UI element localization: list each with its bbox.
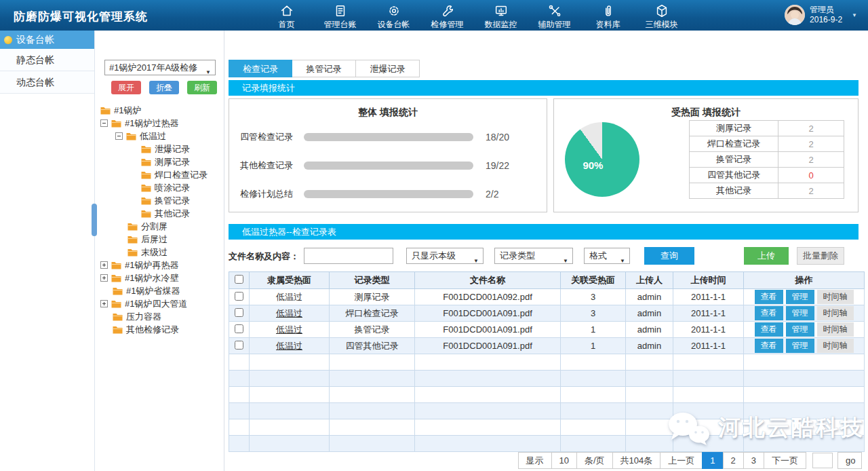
cell-surface[interactable]: 低温过 bbox=[250, 289, 330, 305]
cell-uploader: admin bbox=[626, 322, 673, 338]
cell-linked-count: 3 bbox=[561, 305, 626, 322]
tree-node-喷涂记录[interactable]: 喷涂记录 bbox=[95, 181, 224, 194]
manage-button[interactable]: 管理 bbox=[786, 339, 814, 353]
record-type-select[interactable]: 记录类型 ▼ bbox=[494, 248, 573, 264]
nav-item-资料库[interactable]: 资料库 bbox=[581, 1, 635, 31]
surface-stat-label: 测厚记录 bbox=[690, 121, 778, 136]
format-select[interactable]: 格式 ▼ bbox=[584, 248, 630, 264]
sidebar-item-静态台帐[interactable]: 静态台帐 bbox=[0, 49, 94, 71]
cell-surface[interactable]: 低温过 bbox=[250, 338, 330, 354]
goto-page-input[interactable] bbox=[812, 453, 833, 468]
tree-node-末级过[interactable]: 末级过 bbox=[95, 246, 224, 259]
view-button[interactable]: 查看 bbox=[755, 322, 783, 337]
tree-node-#1锅炉省煤器[interactable]: #1锅炉省煤器 bbox=[95, 284, 224, 297]
user-dropdown-caret-icon[interactable]: ▼ bbox=[852, 12, 857, 18]
view-button[interactable]: 查看 bbox=[755, 306, 783, 320]
expand-icon[interactable] bbox=[100, 274, 108, 282]
tree-node-分割屏[interactable]: 分割屏 bbox=[95, 220, 224, 233]
row-checkbox[interactable] bbox=[235, 341, 243, 350]
timeline-button[interactable]: 时间轴 bbox=[817, 306, 854, 320]
batch-delete-button[interactable]: 批量删除 bbox=[797, 247, 844, 265]
nav-item-管理台账[interactable]: 管理台账 bbox=[313, 1, 367, 31]
upload-button[interactable]: 上传 bbox=[744, 247, 789, 265]
app-title: 防磨防爆可视化管理系统 bbox=[14, 9, 148, 24]
page-number-3[interactable]: 3 bbox=[743, 452, 764, 469]
timeline-button[interactable]: 时间轴 bbox=[817, 290, 854, 304]
manage-button[interactable]: 管理 bbox=[786, 322, 814, 337]
left-sidebar: 设备台帐静态台帐动态台帐 bbox=[0, 31, 95, 471]
collapse-icon[interactable] bbox=[115, 132, 123, 140]
tree-node-测厚记录[interactable]: 测厚记录 bbox=[95, 155, 224, 168]
stat-bar-value: 2/2 bbox=[486, 189, 498, 200]
tree-node-焊口检查记录[interactable]: 焊口检查记录 bbox=[95, 168, 224, 181]
pager-show-label: 显示 bbox=[518, 452, 552, 469]
nav-item-检修管理[interactable]: 检修管理 bbox=[420, 1, 474, 31]
cell-uploader: admin bbox=[626, 289, 673, 305]
tree-node-低温过[interactable]: 低温过 bbox=[95, 130, 224, 143]
select-all-checkbox[interactable] bbox=[235, 275, 243, 284]
row-checkbox[interactable] bbox=[235, 292, 243, 301]
tree-node-后屏过[interactable]: 后屏过 bbox=[95, 233, 224, 246]
tree-button-折叠[interactable]: 折叠 bbox=[149, 81, 179, 94]
tree-node-#1锅炉过热器[interactable]: #1锅炉过热器 bbox=[95, 117, 224, 130]
table-row: 低温过 焊口检查记录 F001DCD001A091.pdf 3 admin 20… bbox=[229, 305, 865, 322]
tree-node-#1锅炉四大管道[interactable]: #1锅炉四大管道 bbox=[95, 297, 224, 310]
tree-node-#1锅炉水冷壁[interactable]: #1锅炉水冷壁 bbox=[95, 271, 224, 284]
nav-item-数据监控[interactable]: 数据监控 bbox=[474, 1, 528, 31]
collapse-icon[interactable] bbox=[100, 119, 108, 127]
tree-node-#1锅炉[interactable]: #1锅炉 bbox=[95, 104, 224, 117]
tree-node-换管记录[interactable]: 换管记录 bbox=[95, 194, 224, 207]
filename-filter-input[interactable] bbox=[304, 248, 393, 264]
surface-stat-label: 其他记录 bbox=[690, 183, 778, 199]
nav-item-三维模块[interactable]: 三维模块 bbox=[635, 1, 688, 31]
tab-换管记录[interactable]: 换管记录 bbox=[292, 60, 356, 77]
page-number-1[interactable]: 1 bbox=[702, 452, 723, 469]
page-size-value[interactable]: 10 bbox=[551, 452, 577, 469]
scope-select[interactable]: 只显示本级 ▼ bbox=[406, 248, 484, 264]
inspection-task-selector[interactable]: #1锅炉2017年A级检修 ▼ bbox=[104, 60, 216, 75]
cell-record-type: 四管其他记录 bbox=[330, 338, 415, 354]
tree-node-泄爆记录[interactable]: 泄爆记录 bbox=[95, 143, 224, 155]
column-header-关联受热面: 关联受热面 bbox=[561, 272, 626, 289]
row-checkbox[interactable] bbox=[235, 324, 243, 333]
page-number-2[interactable]: 2 bbox=[723, 452, 744, 469]
expand-icon[interactable] bbox=[100, 300, 108, 307]
view-button[interactable]: 查看 bbox=[755, 290, 783, 304]
tab-泄爆记录[interactable]: 泄爆记录 bbox=[356, 60, 420, 77]
cell-surface[interactable]: 低温过 bbox=[250, 305, 330, 322]
manage-button[interactable]: 管理 bbox=[786, 306, 814, 320]
tree-node-其他记录[interactable]: 其他记录 bbox=[95, 207, 224, 220]
tree-button-展开[interactable]: 展开 bbox=[111, 81, 141, 94]
manage-button[interactable]: 管理 bbox=[786, 290, 814, 304]
nav-item-设备台帐[interactable]: 设备台帐 bbox=[367, 1, 420, 31]
empty-table-row bbox=[229, 419, 865, 436]
search-button[interactable]: 查询 bbox=[644, 247, 694, 265]
row-checkbox[interactable] bbox=[235, 308, 243, 317]
nav-item-首页[interactable]: 首页 bbox=[260, 1, 313, 31]
tree-node-压力容器[interactable]: 压力容器 bbox=[95, 310, 224, 323]
sidebar-item-动态台帐[interactable]: 动态台帐 bbox=[0, 71, 94, 94]
cell-surface[interactable]: 低温过 bbox=[250, 322, 330, 338]
user-box[interactable]: 管理员 2016-9-2 ▼ bbox=[785, 5, 857, 25]
folder-icon bbox=[100, 106, 111, 115]
cell-file-name: F001DCD001A091.pdf bbox=[415, 322, 561, 338]
tab-检查记录[interactable]: 检查记录 bbox=[229, 60, 292, 77]
expand-icon[interactable] bbox=[100, 261, 108, 269]
goto-page-button[interactable]: go bbox=[837, 452, 862, 469]
nav-item-辅助管理[interactable]: 辅助管理 bbox=[528, 1, 581, 31]
main-nav: 首页 管理台账 设备台帐 检修管理 数据监控 辅助管理 资料库 三维模块 bbox=[260, 1, 688, 31]
surface-stat-label: 换管记录 bbox=[690, 152, 778, 168]
prev-page-button[interactable]: 上一页 bbox=[660, 452, 703, 469]
nav-item-label: 管理台账 bbox=[313, 19, 367, 31]
next-page-button[interactable]: 下一页 bbox=[764, 452, 806, 469]
view-button[interactable]: 查看 bbox=[755, 339, 783, 353]
tree-node-#1锅炉再热器[interactable]: #1锅炉再热器 bbox=[95, 259, 224, 271]
folder-icon bbox=[141, 209, 151, 218]
sidebar-item-设备台帐[interactable]: 设备台帐 bbox=[0, 31, 94, 49]
tree-button-刷新[interactable]: 刷新 bbox=[187, 81, 217, 94]
stat-bar-value: 18/20 bbox=[486, 132, 509, 143]
sidebar-item-label: 静态台帐 bbox=[16, 54, 54, 65]
tree-node-其他检修记录[interactable]: 其他检修记录 bbox=[95, 323, 224, 336]
timeline-button[interactable]: 时间轴 bbox=[817, 322, 854, 337]
timeline-button[interactable]: 时间轴 bbox=[817, 339, 854, 353]
